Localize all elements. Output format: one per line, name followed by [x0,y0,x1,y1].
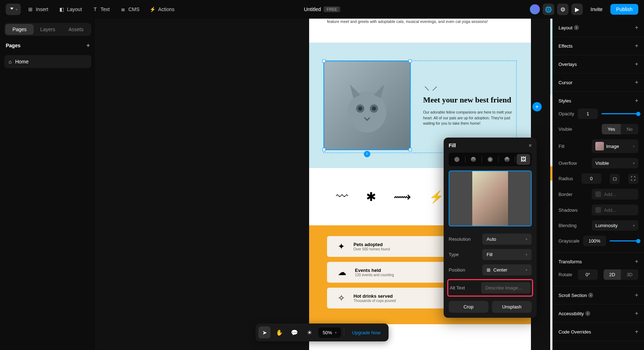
add-layout-button[interactable]: + [635,24,638,31]
rotate-3d[interactable]: 3D [621,269,638,280]
text-button[interactable]: TText [88,4,113,15]
opacity-input[interactable] [578,109,598,119]
avatar[interactable] [530,4,540,14]
effects-section[interactable]: Effects [558,43,573,49]
resize-handle-tl[interactable] [322,59,326,63]
settings-button[interactable]: ⚙ [557,4,569,15]
close-popup-button[interactable]: × [529,143,532,148]
hand-icon: ✋ [276,329,283,336]
conic-icon [504,157,509,162]
close-icon[interactable]: × [633,144,635,148]
resolution-select[interactable]: Auto▾ [482,234,532,245]
burst-icon: ✦ [338,241,345,251]
code-section[interactable]: Code Overrides [558,329,591,335]
styles-section[interactable]: Styles [558,98,571,104]
grayscale-input[interactable] [583,236,606,246]
fill-radial-button[interactable] [483,154,497,165]
position-select[interactable]: ⊞Center▾ [482,264,532,275]
plan-badge: FREE [324,6,340,12]
hand-tool[interactable]: ✋ [273,326,286,339]
border-add[interactable]: Add... [592,189,638,200]
chevron-down-icon: ▾ [633,224,635,227]
selected-image[interactable]: ⦀ [323,61,411,150]
add-element-button[interactable]: + [532,102,542,111]
cursor-section[interactable]: Cursor [558,80,572,85]
scroll-section[interactable]: Scroll Section [558,293,587,298]
actions-button[interactable]: ⚡Actions [146,4,178,15]
tab-pages[interactable]: Pages [5,24,34,35]
resize-handle-br[interactable] [409,148,412,151]
theme-tool[interactable]: ☀ [303,326,316,339]
resize-handle-tr[interactable] [409,59,412,63]
transforms-section[interactable]: Transforms [558,259,582,264]
publish-button[interactable]: Publish [610,4,638,15]
add-page-button[interactable]: + [87,42,90,49]
position-label: Position [449,267,465,273]
add-accessibility-button[interactable]: + [635,310,638,317]
page-home[interactable]: ⌂ Home [4,55,91,68]
tab-layers[interactable]: Layers [34,24,62,35]
radius-input[interactable] [581,173,601,184]
shadows-add[interactable]: Add... [592,205,638,215]
shadows-label: Shadows [558,207,577,213]
opacity-slider[interactable] [601,113,638,114]
fill-preview[interactable] [449,171,532,226]
fill-select[interactable]: Image× [592,139,638,153]
accessibility-section[interactable]: Accessibility [558,311,584,316]
overlays-section[interactable]: Overlays [558,62,577,67]
layout-section[interactable]: Layout [558,25,572,30]
invite-button[interactable]: Invite [586,4,608,15]
radius-corners-button[interactable]: ◻ [610,174,620,184]
info-icon[interactable]: i [574,25,579,30]
sparkle-icon: ✧ [338,293,345,303]
type-select[interactable]: Fill▾ [482,249,532,260]
tab-assets[interactable]: Assets [62,24,90,35]
visible-no[interactable]: No [621,124,638,134]
add-styles-button[interactable]: + [635,97,638,104]
cms-button[interactable]: ≣CMS [116,4,143,15]
rotate-input[interactable] [578,269,598,280]
upgrade-button[interactable]: Upgrade Now [347,327,386,338]
fill-linear-button[interactable] [467,154,480,165]
add-overlays-button[interactable]: + [635,61,638,67]
info-icon[interactable]: i [585,311,590,316]
rotate-2d[interactable]: 2D [604,269,621,280]
crop-button[interactable]: Crop [449,301,488,313]
linear-icon [471,157,476,162]
rotate-label: Rotate [558,272,572,277]
overflow-select[interactable]: Visible▾ [592,158,638,168]
add-scroll-button[interactable]: + [635,292,638,298]
add-effects-button[interactable]: + [635,43,638,49]
unsplash-button[interactable]: Unsplash [492,301,532,313]
play-button[interactable]: ▶ [571,4,583,15]
add-code-button[interactable]: + [635,329,638,335]
layout-button[interactable]: ◧Layout [55,4,86,15]
visible-label: Visible [558,126,572,132]
stack-indicator[interactable]: ⦀ [364,151,370,157]
add-transforms-button[interactable]: + [635,258,638,265]
stat-title: Pets adopted [353,242,390,247]
visible-yes[interactable]: Yes [602,124,621,134]
radius-expand-button[interactable]: ⛶ [628,174,638,184]
app-menu-button[interactable]: ▾ [6,4,21,15]
insert-button[interactable]: ⊞Insert [24,4,52,15]
grayscale-slider[interactable] [610,240,638,241]
info-icon[interactable]: i [588,293,593,298]
globe-button[interactable]: 🌐 [543,4,554,15]
preview-frame[interactable]: Meet best Our adorable to melt for adc t… [550,19,552,350]
fill-conic-button[interactable] [500,154,514,165]
fill-solid-button[interactable] [450,154,464,165]
chevron-down-icon: ▾ [526,268,527,272]
page-title[interactable]: Untitled [304,6,321,12]
svg-point-4 [372,106,376,111]
fill-image-button[interactable]: 🖼 [517,154,530,165]
blending-select[interactable]: Luminosity▾ [592,220,638,231]
resize-handle-bl[interactable] [322,148,326,151]
zoom-select[interactable]: 50%▾ [318,327,341,338]
alt-text-input[interactable] [481,282,531,293]
add-cursor-button[interactable]: + [635,79,638,86]
pointer-tool[interactable]: ➤ [258,326,270,339]
comment-tool[interactable]: 💬 [288,326,301,339]
alt-text-label: Alt Text [450,285,465,291]
fill-popup: Fill × 🖼 Resolution Auto▾ Type Fill▾ Pos… [444,138,537,318]
